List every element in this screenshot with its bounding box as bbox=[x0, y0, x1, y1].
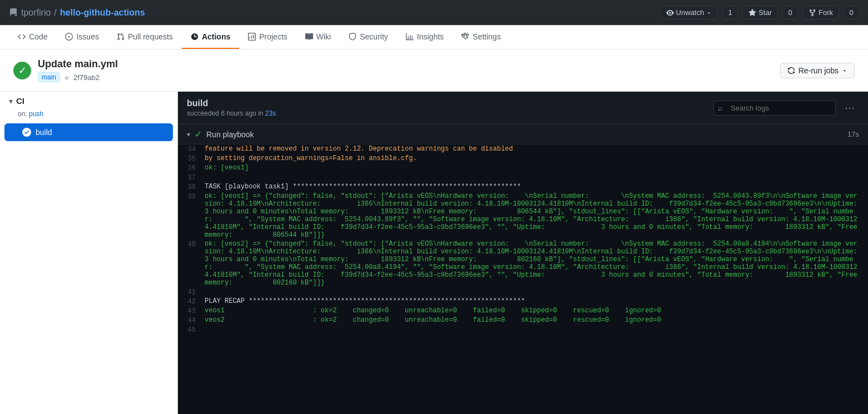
search-icon: ⌕ bbox=[718, 103, 722, 112]
log-line: 38TASK [playbook task1] ****************… bbox=[178, 182, 868, 192]
star-label: Star bbox=[758, 8, 772, 17]
fork-icon bbox=[809, 9, 816, 17]
tab-security[interactable]: Security bbox=[340, 26, 397, 49]
tab-insights[interactable]: Insights bbox=[397, 26, 453, 49]
projects-icon bbox=[248, 33, 256, 41]
line-number: 38 bbox=[178, 183, 205, 191]
line-content: veos2 : ok=2 changed=0 unreachable=0 fai… bbox=[205, 316, 868, 324]
star-count: 0 bbox=[782, 6, 798, 19]
log-toolbar: ⌕ ⋯ bbox=[713, 99, 859, 116]
line-number: 36 bbox=[178, 164, 205, 172]
line-content: TASK [playbook task1] ******************… bbox=[205, 183, 868, 191]
repo-sep: / bbox=[54, 8, 56, 18]
log-header: build succeeded 6 hours ago in 23s ⌕ ⋯ bbox=[178, 92, 868, 124]
log-line: 45 bbox=[178, 325, 868, 335]
tab-wiki[interactable]: Wiki bbox=[296, 26, 340, 49]
line-content: veos1 : ok=2 changed=0 unreachable=0 fai… bbox=[205, 307, 868, 315]
star-button[interactable]: Star bbox=[742, 6, 778, 19]
log-line: 44veos2 : ok=2 changed=0 unreachable=0 f… bbox=[178, 316, 868, 325]
line-content: ok: [veos1] bbox=[205, 164, 868, 172]
repo-owner[interactable]: tporfirio bbox=[21, 8, 51, 18]
fork-count: 0 bbox=[844, 6, 859, 19]
commit-meta: main ⟐ 2f79ab2 bbox=[38, 72, 118, 82]
tab-code[interactable]: Code bbox=[9, 26, 56, 49]
log-line: 37 bbox=[178, 173, 868, 182]
tab-issues[interactable]: Issues bbox=[56, 26, 107, 49]
branch-badge: main bbox=[38, 72, 60, 82]
fork-button[interactable]: Fork bbox=[802, 6, 839, 19]
log-line: 40ok: [veos2] => {"changed": false, "std… bbox=[178, 240, 868, 287]
star-icon bbox=[748, 9, 756, 17]
sidebar-item-build[interactable]: build bbox=[4, 123, 173, 141]
line-number: 34 bbox=[178, 145, 205, 153]
tab-wiki-label: Wiki bbox=[316, 32, 331, 41]
settings-icon bbox=[462, 33, 469, 41]
rerun-chevron-icon bbox=[842, 68, 847, 73]
workflow-header: ▾ CI bbox=[0, 92, 177, 110]
title-row: ✓ Update main.yml main ⟐ 2f79ab2 Re-run … bbox=[0, 49, 868, 92]
build-status: succeeded bbox=[187, 109, 219, 117]
workflow-title: CI bbox=[16, 96, 24, 106]
more-options-button[interactable]: ⋯ bbox=[840, 99, 859, 116]
line-content: by setting deprecation_warnings=False in… bbox=[205, 154, 868, 162]
rerun-label: Re-run jobs bbox=[798, 66, 839, 75]
top-header: tporfirio / hello-github-actions Unwatch… bbox=[0, 0, 868, 26]
workflow-trigger: on: push bbox=[0, 110, 177, 122]
rerun-button[interactable]: Re-run jobs bbox=[780, 63, 855, 78]
build-duration[interactable]: 23s bbox=[265, 109, 276, 117]
search-logs-input[interactable] bbox=[713, 101, 836, 116]
commit-title: Update main.yml bbox=[38, 58, 118, 70]
line-number: 40 bbox=[178, 240, 205, 248]
build-title: build bbox=[187, 98, 276, 108]
fork-label: Fork bbox=[819, 8, 833, 17]
commit-hash: 2f79ab2 bbox=[73, 73, 100, 82]
line-number: 44 bbox=[178, 316, 205, 325]
main-layout: ▾ CI on: push build build succeeded bbox=[0, 92, 868, 414]
line-content: ok: [veos1] => {"changed": false, "stdou… bbox=[205, 192, 868, 239]
code-icon bbox=[18, 33, 26, 41]
build-in-sep: in bbox=[258, 109, 265, 117]
log-line: 41 bbox=[178, 287, 868, 297]
nav-tabs: Code Issues Pull requests Actions Projec… bbox=[0, 26, 868, 49]
job-build-label: build bbox=[36, 128, 52, 137]
log-area: build succeeded 6 hours ago in 23s ⌕ ⋯ bbox=[178, 92, 868, 414]
tab-insights-label: Insights bbox=[417, 32, 444, 41]
line-number: 43 bbox=[178, 307, 205, 315]
page-content: ✓ Update main.yml main ⟐ 2f79ab2 Re-run … bbox=[0, 49, 868, 414]
line-number: 37 bbox=[178, 173, 205, 182]
log-line: 39ok: [veos1] => {"changed": false, "std… bbox=[178, 192, 868, 240]
build-meta: succeeded 6 hours ago in 23s bbox=[187, 109, 276, 117]
line-content: feature will be removed in version 2.12.… bbox=[205, 145, 868, 153]
line-number: 41 bbox=[178, 288, 205, 296]
workflow-chevron-icon: ▾ bbox=[9, 97, 13, 106]
line-number: 42 bbox=[178, 297, 205, 306]
issue-icon bbox=[65, 33, 73, 41]
line-number: 39 bbox=[178, 192, 205, 201]
tab-actions-label: Actions bbox=[202, 32, 230, 41]
workflow-expand[interactable]: ▾ CI bbox=[9, 96, 24, 106]
line-number: 35 bbox=[178, 154, 205, 163]
security-icon bbox=[349, 33, 356, 41]
tab-pr-label: Pull requests bbox=[128, 32, 173, 41]
actions-icon bbox=[191, 33, 199, 41]
log-step-left: ▾ ✓ Run playbook bbox=[187, 129, 254, 139]
repo-title: tporfirio / hello-github-actions bbox=[9, 8, 145, 18]
tab-projects[interactable]: Projects bbox=[239, 26, 296, 49]
chevron-down-icon bbox=[706, 10, 712, 16]
tab-settings[interactable]: Settings bbox=[453, 26, 510, 49]
unwatch-button[interactable]: Unwatch bbox=[660, 6, 718, 19]
commit-info: Update main.yml main ⟐ 2f79ab2 bbox=[38, 58, 118, 82]
repo-icon bbox=[9, 8, 18, 17]
log-line: 34feature will be removed in version 2.1… bbox=[178, 144, 868, 154]
workflow-trigger-link[interactable]: push bbox=[29, 110, 43, 118]
build-time-ago: 6 hours ago bbox=[221, 109, 256, 117]
tab-pull-requests[interactable]: Pull requests bbox=[108, 26, 182, 49]
sidebar: ▾ CI on: push build bbox=[0, 92, 178, 414]
repo-name[interactable]: hello-github-actions bbox=[60, 8, 145, 18]
line-content: PLAY RECAP *****************************… bbox=[205, 297, 868, 305]
step-duration: 17s bbox=[847, 130, 859, 138]
log-step-header[interactable]: ▾ ✓ Run playbook 17s bbox=[178, 124, 868, 144]
wiki-icon bbox=[305, 33, 313, 41]
tab-actions[interactable]: Actions bbox=[182, 26, 239, 49]
eye-icon bbox=[666, 9, 674, 17]
